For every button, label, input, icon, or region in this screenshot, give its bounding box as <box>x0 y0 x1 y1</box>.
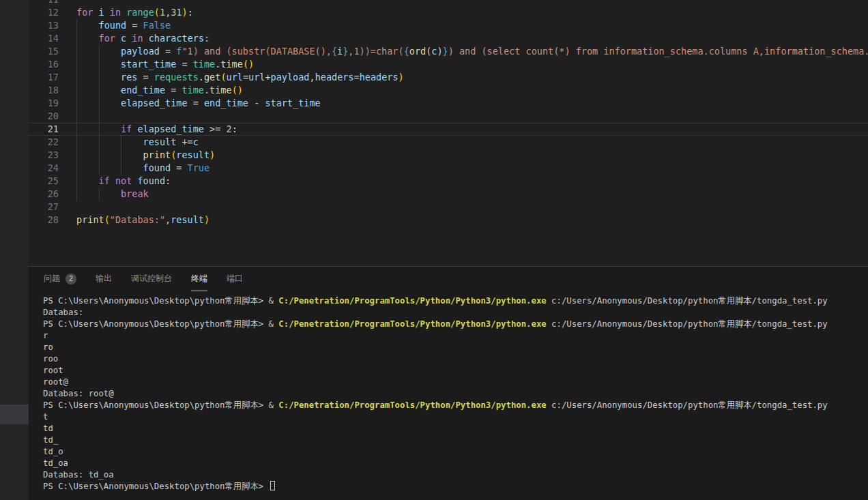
token-str: "Databas:" <box>110 214 165 225</box>
token-plain <box>104 7 110 18</box>
indent-guide <box>76 32 77 45</box>
token-str: ,1))=char( <box>348 46 403 57</box>
terminal-text: PS C:\Users\Anonymous\Desktop\python常用脚本… <box>43 319 278 329</box>
line-number: 19 <box>29 97 59 110</box>
indent-guide <box>99 110 100 123</box>
terminal-line: td <box>43 423 868 435</box>
token-plain <box>76 162 143 173</box>
tab-ports[interactable]: 端口 <box>227 267 243 291</box>
tab-debug-console[interactable]: 调试控制台 <box>131 267 172 291</box>
indent-guide <box>76 149 77 162</box>
token-fn: get <box>204 72 220 83</box>
code-line: 11 <box>29 0 868 6</box>
line-number: 11 <box>29 0 59 6</box>
indent-guide <box>76 175 77 188</box>
token-op: = <box>137 72 154 83</box>
indent-guide <box>99 71 100 84</box>
indent-guide <box>76 19 77 32</box>
token-plain <box>76 175 99 186</box>
terminal-text: PS C:\Users\Anonymous\Desktop\python常用脚本… <box>43 400 278 410</box>
terminal-text: PS C:\Users\Anonymous\Desktop\python常用脚本… <box>43 482 269 491</box>
token-var: url <box>227 72 243 83</box>
token-brk: ) <box>204 214 209 225</box>
code-line: 20 <box>29 110 868 123</box>
line-number: 20 <box>29 110 59 123</box>
code-line-content: for c in characters: <box>59 32 868 45</box>
token-cls: time <box>193 59 216 70</box>
token-kw: in <box>132 33 143 44</box>
terminal-text: c:/Users/Anonymous/Desktop/python常用脚本/to… <box>547 319 828 329</box>
indent-guide <box>99 58 100 71</box>
token-var: result <box>171 214 204 225</box>
terminal-text: Databas: <box>43 308 83 317</box>
terminal-output[interactable]: PS C:\Users\Anonymous\Desktop\python常用脚本… <box>29 291 868 492</box>
line-number: 25 <box>29 175 59 188</box>
line-number: 18 <box>29 84 59 97</box>
indent-guide <box>99 136 100 149</box>
terminal-text: c:/Users/Anonymous/Desktop/python常用脚本/to… <box>547 296 828 306</box>
indent-guide <box>99 97 100 110</box>
indent-guide <box>99 123 100 135</box>
terminal-line: td_o <box>43 446 868 458</box>
indent-guide <box>76 123 77 135</box>
tab-problems[interactable]: 问题2 <box>44 267 76 291</box>
indent-guide <box>76 136 77 149</box>
code-line: 26 break <box>29 188 868 201</box>
terminal-text: PS C:\Users\Anonymous\Desktop\python常用脚本… <box>43 296 278 306</box>
line-number: 21 <box>29 123 59 135</box>
token-plain <box>93 7 98 18</box>
token-op: = <box>188 98 204 108</box>
terminal-line: ro <box>43 342 868 353</box>
terminal-line: r <box>43 330 868 342</box>
token-op: = <box>354 72 360 83</box>
terminal-line: PS C:\Users\Anonymous\Desktop\python常用脚本… <box>43 295 868 307</box>
token-cls: requests <box>154 72 199 83</box>
indent-guide <box>76 162 77 175</box>
token-op: = <box>176 59 192 70</box>
code-line-content: for i in range(1,31): <box>59 6 868 19</box>
code-line-content <box>59 201 868 214</box>
terminal-command-path: C:/Penetration/ProgramTools/Python/Pytho… <box>278 400 546 410</box>
line-number: 16 <box>29 58 59 71</box>
line-number: 14 <box>29 32 59 45</box>
terminal-cursor[interactable] <box>270 481 275 490</box>
code-editor[interactable]: 1112for i in range(1,31):13 found = Fals… <box>29 0 868 266</box>
token-var: i <box>99 7 104 18</box>
token-plain <box>115 33 121 44</box>
indent-guide <box>76 58 77 71</box>
sidebar-item-highlight[interactable] <box>0 405 29 424</box>
tab-terminal[interactable]: 终端 <box>191 267 207 291</box>
line-number: 22 <box>29 136 59 149</box>
bottom-panel: 问题2输出调试控制台终端端口 PS C:\Users\Anonymous\Des… <box>29 266 868 500</box>
line-number: 12 <box>29 6 59 19</box>
problems-count-badge: 2 <box>66 274 76 284</box>
line-number: 15 <box>29 45 59 58</box>
token-plain <box>76 20 99 31</box>
line-number: 13 <box>29 19 59 32</box>
token-cls: range <box>126 7 154 18</box>
indent-guide <box>99 84 100 97</box>
terminal-line: root <box>43 365 868 377</box>
token-op: >= <box>204 123 227 134</box>
terminal-text: roo <box>43 354 58 364</box>
token-plain: ) <box>437 46 442 57</box>
terminal-line: PS C:\Users\Anonymous\Desktop\python常用脚本… <box>43 481 868 492</box>
token-fb: { <box>404 46 409 57</box>
token-var: result <box>143 136 177 147</box>
code-line: 16 start_time = time.time() <box>29 58 868 71</box>
token-var: url <box>248 72 265 83</box>
line-number: 17 <box>29 71 59 84</box>
token-var: found <box>137 175 165 186</box>
token-brk: ( <box>220 72 226 83</box>
line-number: 23 <box>29 149 59 162</box>
code-line: 21 if elapsed_time >= 2: <box>29 123 868 136</box>
indent-guide <box>76 188 77 201</box>
token-var: start_time <box>265 98 320 108</box>
code-line-content: elapsed_time = end_time - start_time <box>59 97 868 110</box>
terminal-text: r <box>43 331 48 340</box>
editor-lines: 1112for i in range(1,31):13 found = Fals… <box>29 0 868 226</box>
code-line: 17 res = requests.get(url=url+payload,he… <box>29 71 868 84</box>
token-str: "1) and (substr(DATABASE(), <box>182 46 331 57</box>
indent-guide <box>99 149 100 162</box>
tab-output[interactable]: 输出 <box>96 267 112 291</box>
